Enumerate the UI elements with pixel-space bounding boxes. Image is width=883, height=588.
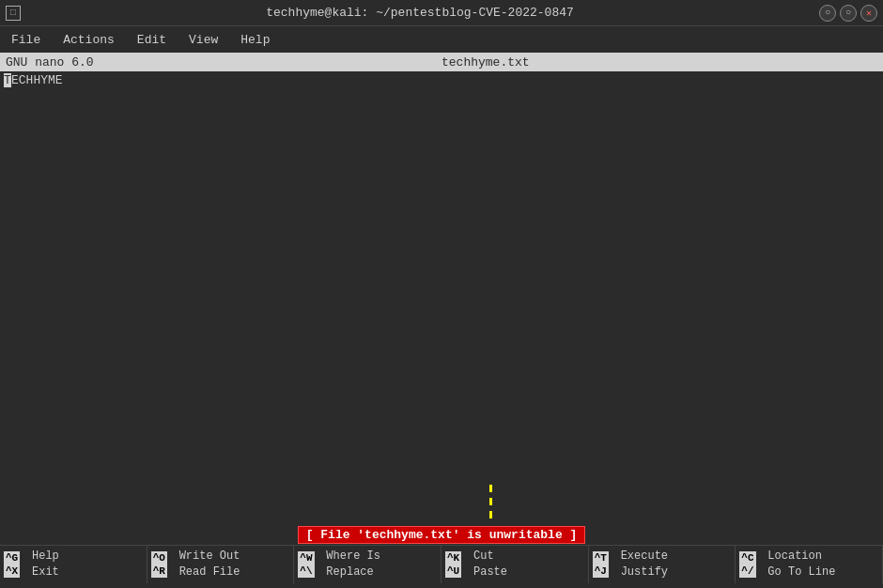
menu-view[interactable]: View (185, 31, 222, 49)
title-text: techhyme@kali: ~/pentestblog-CVE-2022-08… (21, 6, 819, 20)
shortcut-key-u: ^U (445, 565, 461, 578)
shortcut-location-goto[interactable]: ^C ^/ Location Go To Line (736, 546, 883, 583)
menu-help[interactable]: Help (237, 31, 273, 49)
arrow-annotation (479, 485, 502, 524)
shortcut-key-slash: ^/ (739, 565, 755, 578)
shortcuts-bar: ^G ^X Help Exit ^O ^R Write Out Read Fil… (0, 545, 883, 588)
shortcut-key-g: ^G (4, 551, 20, 565)
shortcut-label-location: Location (767, 549, 835, 565)
minimize-button[interactable]: ○ (819, 5, 836, 22)
cursor: T (4, 73, 11, 87)
shortcut-key-t: ^T (593, 551, 609, 565)
maximize-button[interactable]: ○ (840, 5, 857, 22)
shortcut-key-x: ^X (4, 565, 20, 578)
shortcut-label-replace: Replace (326, 565, 380, 580)
window-icon: □ (6, 6, 21, 21)
shortcut-labels-cut: Cut Paste (473, 549, 507, 580)
menu-actions[interactable]: Actions (59, 31, 118, 49)
shortcut-help-exit[interactable]: ^G ^X Help Exit (0, 546, 147, 583)
shortcut-undo-redo[interactable]: M-U M-E Undo Redo (0, 583, 147, 588)
shortcut-labels-where: Where Is Replace (326, 549, 380, 580)
shortcut-labels-write: Write Out Read File (179, 549, 240, 580)
menu-bar: File Actions Edit View Help (0, 26, 883, 53)
shortcut-key-c: ^C (739, 551, 755, 565)
editor-area[interactable]: TECHHYME (0, 71, 883, 524)
shortcut-key-backslash: ^\ (298, 565, 314, 578)
shortcut-write-read[interactable]: ^O ^R Write Out Read File (147, 546, 295, 583)
shortcut-label-gotoline: Go To Line (767, 565, 835, 580)
shortcut-keys-cut: ^K ^U (445, 551, 470, 579)
shortcut-key-o: ^O (151, 551, 167, 565)
shortcut-where-replace[interactable]: ^W ^\ Where Is Replace (294, 546, 442, 583)
shortcut-key-w: ^W (298, 551, 314, 565)
menu-file[interactable]: File (8, 31, 44, 49)
shortcut-key-k: ^K (445, 551, 461, 565)
menu-edit[interactable]: Edit (133, 31, 170, 49)
shortcut-execute-justify[interactable]: ^T ^J Execute Justify (589, 546, 736, 583)
shortcut-labels-execute: Execute Justify (621, 549, 668, 580)
status-message-bar: [ File 'techhyme.txt' is unwritable ] (0, 524, 883, 545)
window-controls: ○ ○ ✕ (819, 5, 877, 22)
status-text: [ File 'techhyme.txt' is unwritable ] (298, 526, 586, 544)
shortcut-keys-location: ^C ^/ (739, 551, 764, 579)
shortcut-label-justify: Justify (621, 565, 668, 580)
shortcut-label-writeout: Write Out (179, 549, 240, 565)
shortcut-label-readfile: Read File (179, 565, 240, 580)
shortcut-keys-execute: ^T ^J (593, 551, 617, 579)
nano-header: GNU nano 6.0 techhyme.txt (0, 53, 883, 71)
shortcut-labels-help: Help Exit (32, 549, 59, 580)
nano-filename: techhyme.txt (442, 55, 530, 70)
shortcut-label-help: Help (32, 549, 59, 565)
shortcut-label-whereis: Where Is (326, 549, 380, 565)
shortcut-keys-where: ^W ^\ (298, 551, 322, 579)
arrow-line (489, 485, 492, 524)
shortcut-label-cut: Cut (473, 549, 507, 565)
shortcut-cut-paste[interactable]: ^K ^U Cut Paste (442, 546, 589, 583)
shortcut-keys-help: ^G ^X (4, 551, 28, 579)
shortcut-label-execute: Execute (621, 549, 668, 565)
title-bar: □ techhyme@kali: ~/pentestblog-CVE-2022-… (0, 0, 883, 26)
editor-content: TECHHYME (4, 73, 879, 87)
close-button[interactable]: ✕ (860, 5, 877, 22)
shortcut-key-j: ^J (593, 565, 609, 578)
shortcut-label-exit: Exit (32, 565, 59, 580)
shortcut-keys-write: ^O ^R (151, 551, 176, 579)
nano-version: GNU nano 6.0 (6, 55, 94, 70)
shortcut-key-r: ^R (151, 565, 167, 578)
shortcut-label-paste: Paste (473, 565, 507, 580)
shortcut-labels-location: Location Go To Line (767, 549, 835, 580)
